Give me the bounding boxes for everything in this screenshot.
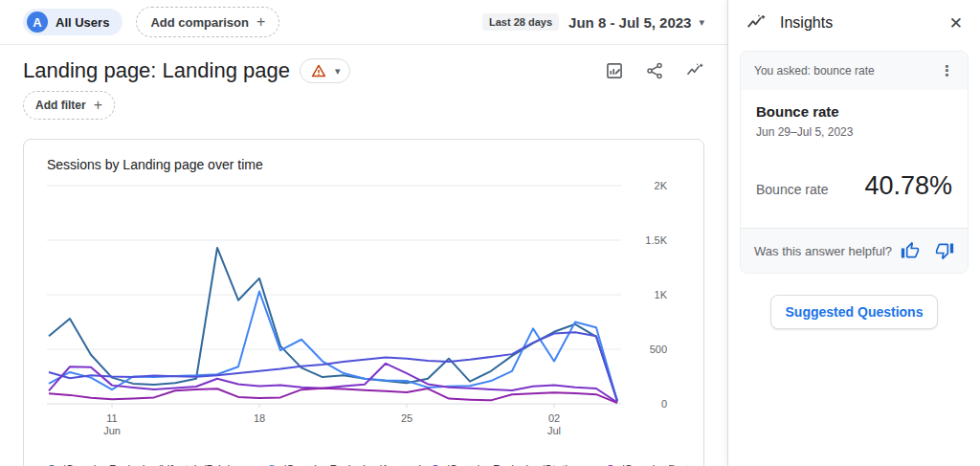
legend-prev-icon: ‹ bbox=[705, 459, 711, 466]
segment-bar: A All Users Add comparison + Last 28 day… bbox=[0, 0, 727, 44]
date-range-area: Last 28 days Jun 8 - Jul 5, 2023 ▾ bbox=[482, 13, 704, 31]
insights-icon bbox=[746, 12, 767, 33]
app-root: A All Users Add comparison + Last 28 day… bbox=[0, 0, 980, 466]
add-filter-button[interactable]: Add filter + bbox=[23, 91, 115, 120]
y-axis-tick-label: 1K bbox=[655, 289, 668, 300]
insights-panel: Insights ✕ You asked: bounce rate ⋮ Boun… bbox=[727, 0, 980, 466]
segment-avatar: A bbox=[27, 11, 48, 33]
report-actions bbox=[605, 61, 704, 80]
x-axis-tick-label: Jun bbox=[103, 425, 121, 436]
suggested-questions-button[interactable]: Suggested Questions bbox=[770, 295, 939, 329]
plus-icon: + bbox=[94, 97, 102, 114]
chevron-down-icon: ▾ bbox=[335, 65, 341, 78]
x-axis-tick-label: 18 bbox=[254, 412, 265, 424]
insight-date-range: Jun 29–Jul 5, 2023 bbox=[756, 125, 952, 139]
metric-value: 40.78% bbox=[864, 171, 952, 201]
x-axis-tick-label: 25 bbox=[401, 412, 412, 424]
chevron-down-icon: ▾ bbox=[699, 16, 704, 29]
insights-icon[interactable] bbox=[685, 61, 704, 80]
all-users-segment-chip[interactable]: A All Users bbox=[23, 9, 122, 35]
insight-question-bar: You asked: bounce rate ⋮ bbox=[741, 52, 968, 90]
y-axis-tick-label: 0 bbox=[661, 398, 667, 410]
chart-title: Sessions by Landing page over time bbox=[47, 157, 680, 172]
metric-row: Bounce rate 40.78% bbox=[756, 171, 952, 201]
insights-panel-title: Insights bbox=[780, 14, 833, 32]
sessions-line-chart: 05001K1.5K2K11Jun182502Jul bbox=[47, 178, 680, 454]
insight-feedback-bar: Was this answer helpful? bbox=[741, 228, 968, 273]
date-range-label: Jun 8 - Jul 5, 2023 bbox=[568, 14, 691, 31]
insight-answer-card: You asked: bounce rate ⋮ Bounce rate Jun… bbox=[740, 51, 969, 274]
x-axis-tick-label: 02 bbox=[548, 412, 560, 424]
feedback-prompt: Was this answer helpful? bbox=[754, 244, 892, 258]
add-comparison-label: Add comparison bbox=[150, 15, 249, 30]
close-icon[interactable]: ✕ bbox=[949, 15, 963, 32]
warning-icon bbox=[310, 62, 327, 79]
thumbs-down-icon[interactable] bbox=[935, 241, 954, 260]
all-users-label: All Users bbox=[56, 15, 109, 30]
insight-question-label: You asked: bounce rate bbox=[754, 64, 875, 78]
sessions-chart-card: Sessions by Landing page over time 05001… bbox=[23, 139, 704, 466]
data-quality-warning-button[interactable]: ▾ bbox=[300, 58, 351, 83]
y-axis-tick-label: 1.5K bbox=[645, 234, 667, 246]
y-axis-tick-label: 500 bbox=[650, 344, 667, 355]
main-report-area: A All Users Add comparison + Last 28 day… bbox=[0, 0, 727, 466]
customize-report-icon[interactable] bbox=[605, 61, 624, 80]
page-title: Landing page: Landing page bbox=[23, 58, 290, 83]
share-icon[interactable] bbox=[645, 61, 664, 80]
insight-card-body: Bounce rate Jun 29–Jul 5, 2023 Bounce ra… bbox=[741, 90, 968, 228]
date-range-badge: Last 28 days bbox=[482, 13, 559, 31]
add-filter-label: Add filter bbox=[35, 99, 86, 112]
x-axis-tick-label: Jul bbox=[547, 425, 561, 436]
suggested-questions-area: Suggested Questions bbox=[728, 295, 980, 329]
insights-panel-header: Insights ✕ bbox=[728, 0, 980, 45]
x-axis-tick-label: 11 bbox=[106, 412, 117, 424]
feedback-buttons bbox=[901, 241, 954, 260]
insight-title: Bounce rate bbox=[756, 103, 952, 120]
thumbs-up-icon[interactable] bbox=[901, 241, 920, 260]
add-comparison-button[interactable]: Add comparison + bbox=[136, 7, 279, 37]
report-title-row: Landing page: Landing page ▾ bbox=[0, 45, 727, 87]
y-axis-tick-label: 2K bbox=[655, 180, 668, 191]
series-line-5 bbox=[49, 388, 617, 403]
chart-legend: /Google+Redesign/Lifestyle/Drinkware/Goo… bbox=[47, 459, 680, 466]
overflow-menu-icon[interactable]: ⋮ bbox=[940, 62, 954, 79]
metric-label: Bounce rate bbox=[756, 182, 829, 197]
date-range-picker[interactable]: Jun 8 - Jul 5, 2023 ▾ bbox=[568, 14, 704, 31]
filter-row: Add filter + bbox=[0, 87, 727, 120]
plus-icon: + bbox=[256, 13, 265, 31]
